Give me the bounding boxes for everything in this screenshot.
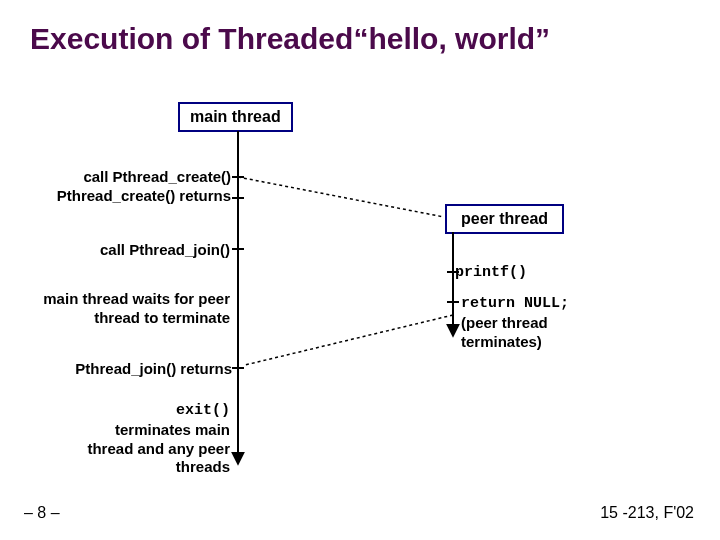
label-main-waits: main thread waits for peer thread to ter… (28, 290, 230, 328)
label-exit: exit()terminates main thread and any pee… (78, 400, 230, 477)
svg-line-9 (245, 315, 453, 365)
label-join-returns: Pthread_join() returns (56, 360, 232, 379)
label-pthread-create: call Pthread_create()Pthread_create() re… (53, 168, 231, 206)
slide-number: – 8 – (24, 504, 60, 522)
course-footer: 15 -213, F'02 (600, 504, 694, 522)
label-printf: printf() (455, 264, 527, 283)
svg-line-5 (238, 177, 444, 217)
label-pthread-join: call Pthread_join() (80, 241, 230, 260)
main-thread-box: main thread (178, 102, 293, 132)
slide-title: Execution of Threaded“hello, world” (30, 22, 700, 56)
label-return-null: return NULL;(peer thread terminates) (461, 293, 611, 351)
peer-thread-box: peer thread (445, 204, 564, 234)
